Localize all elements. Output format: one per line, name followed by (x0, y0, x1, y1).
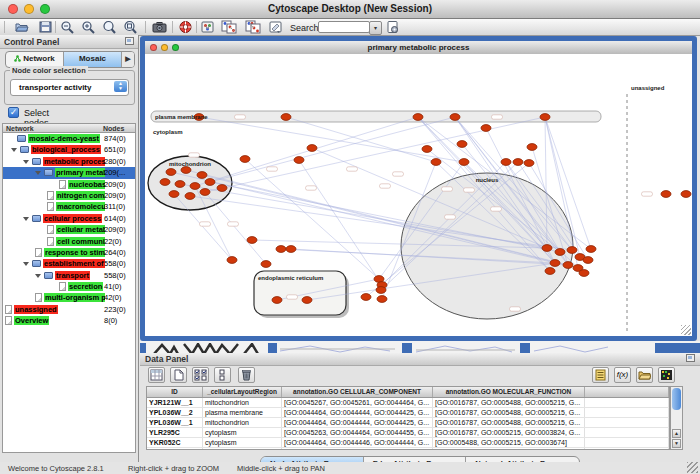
network-node[interactable] (240, 156, 250, 163)
snapshot-icon[interactable] (152, 20, 167, 34)
tree-row[interactable]: mosaic-demo-yeast874(0) (3, 133, 135, 144)
network-edge[interactable] (195, 117, 418, 186)
float-panel-icon[interactable] (686, 354, 695, 362)
tree-row-label[interactable]: nucleobase- (68, 180, 105, 189)
tree-row-label[interactable]: primary metabol (55, 168, 105, 177)
window-resize-grip[interactable] (687, 462, 698, 473)
table-cell[interactable]: [GO:0044464, GO:0044444, GO:0044425, G..… (282, 408, 433, 417)
delete-attribute-icon[interactable] (238, 367, 255, 383)
zoom-in-icon[interactable] (81, 20, 96, 34)
network-node[interactable] (175, 181, 185, 188)
tree-row[interactable]: Overview8(0) (3, 315, 135, 326)
network-node[interactable] (200, 189, 210, 196)
table-row[interactable]: YPL036W__2plasma membrane[GO:0044464, GO… (147, 408, 669, 418)
network-node[interactable] (217, 185, 227, 192)
network-node[interactable] (459, 159, 469, 166)
network-node[interactable] (555, 249, 565, 256)
network-node[interactable] (545, 268, 555, 275)
vizmapper-icon[interactable] (200, 20, 215, 34)
network-node[interactable] (422, 146, 432, 153)
network-node[interactable] (661, 191, 671, 198)
tree-expand-icon[interactable] (23, 262, 29, 266)
network-node[interactable] (169, 191, 179, 198)
zoom-fit-content-icon[interactable] (123, 20, 138, 34)
table-cell[interactable]: [GO:0016787, GO:0005215, GO:0003824, G..… (433, 428, 585, 437)
network-node[interactable] (361, 294, 371, 301)
network-node[interactable] (276, 246, 286, 253)
tree-row[interactable]: multi-organism pro42(0) (3, 292, 135, 303)
network-node[interactable] (527, 144, 537, 151)
attribute-table[interactable]: ID_cellularLayoutRegionannotation.GO CEL… (146, 386, 670, 450)
table-cell[interactable] (585, 428, 669, 437)
network-node[interactable] (294, 157, 304, 164)
table-row[interactable]: YPL036W__1mitochondrion[GO:0044464, GO:0… (147, 418, 669, 428)
table-row[interactable]: YLR295Ccytoplasm[GO:0045263, GO:0044464,… (147, 428, 669, 438)
network-node[interactable] (307, 145, 317, 152)
tree-row[interactable]: macromolecule311(0) (3, 201, 135, 212)
table-cell[interactable]: YLR295C (147, 428, 203, 437)
float-panel-icon[interactable] (125, 37, 134, 45)
network-node[interactable] (586, 246, 596, 253)
table-column-header[interactable]: annotation.GO MOLECULAR_FUNCTION (433, 387, 585, 397)
tree-row-label[interactable]: Overview (14, 316, 49, 325)
table-row[interactable]: YKR052Ccytoplasm[GO:0044464, GO:0044446,… (147, 438, 669, 448)
network-node[interactable] (181, 167, 191, 174)
table-cell[interactable]: [GO:0044464, GO:0044444, GO:0044425, G..… (282, 418, 433, 427)
scrollbar-thumb[interactable] (672, 388, 681, 410)
table-cell[interactable]: [GO:0045263, GO:0044464, GO:0044455, G..… (282, 428, 433, 437)
network-node[interactable] (272, 297, 282, 304)
select-all-attributes-icon[interactable] (192, 367, 209, 383)
view-resize-grip[interactable] (681, 325, 691, 335)
table-cell[interactable]: YJR121W__1 (147, 398, 203, 407)
tree-row-label[interactable]: biological_process (31, 145, 101, 154)
tree-expand-icon[interactable] (35, 171, 41, 175)
table-row[interactable]: YDR039C__1mitochondrion[GO:0044464, GO:0… (147, 448, 669, 450)
table-row[interactable]: YJR121W__1mitochondrion[GO:0045267, GO:0… (147, 398, 669, 408)
tree-row-label[interactable]: macromolecule (56, 202, 105, 211)
search-options-icon[interactable]: ▾ (369, 21, 382, 35)
table-cell[interactable]: [GO:0005488, GO:0005215, GO:0003674] (433, 438, 585, 447)
table-cell[interactable]: mitochondrion (203, 448, 282, 450)
network-node[interactable] (579, 270, 589, 277)
network-node[interactable] (247, 237, 257, 244)
network-node[interactable] (281, 114, 291, 121)
tree-row[interactable]: cell communicat22(0) (3, 236, 135, 247)
tree-row-label[interactable]: secretion (68, 282, 103, 291)
table-cell[interactable]: plasma membrane (203, 408, 282, 417)
zoom-actual-size-icon[interactable] (102, 20, 117, 34)
network-node[interactable] (227, 257, 237, 264)
network-node[interactable] (197, 172, 207, 179)
tree-row-label[interactable]: mosaic-demo-yeast (28, 134, 100, 143)
table-cell[interactable]: cytoplasm (203, 428, 282, 437)
network-edge[interactable] (299, 160, 382, 285)
network-node[interactable] (413, 114, 423, 121)
tree-expand-icon[interactable] (23, 217, 29, 221)
network-node[interactable] (524, 160, 534, 167)
tree-row-label[interactable]: metabolic process (43, 157, 105, 166)
network-edge[interactable] (210, 117, 455, 182)
tree-row[interactable]: nucleobase-209(0) (3, 179, 135, 190)
network-node[interactable] (286, 246, 296, 253)
tree-row-label[interactable]: cell communicat (56, 237, 105, 246)
network-node[interactable] (457, 141, 467, 148)
network-window-titlebar[interactable]: primary metabolic process (145, 41, 692, 55)
tree-row[interactable]: cellular metabol209(0) (3, 224, 135, 235)
table-cell[interactable]: [GO:0016787, GO:0005488, GO:0005215, G..… (433, 448, 585, 450)
attribute-table-header[interactable]: ID_cellularLayoutRegionannotation.GO CEL… (147, 387, 669, 398)
network-node[interactable] (481, 125, 491, 132)
tree-row[interactable]: nitrogen compo209(0) (3, 190, 135, 201)
tree-row[interactable]: establishment of lo558(0) (3, 258, 135, 269)
tree-row-label[interactable]: response to stimulu (44, 248, 105, 257)
tree-row[interactable]: secretion41(0) (3, 281, 135, 292)
table-cell[interactable]: cytoplasm (203, 438, 282, 447)
table-cell[interactable]: [GO:0045267, GO:0045261, GO:0044464, G..… (282, 398, 433, 407)
tree-row[interactable]: transport558(0) (3, 270, 135, 281)
network-node[interactable] (377, 296, 387, 303)
table-cell[interactable]: YPL036W__2 (147, 408, 203, 417)
table-cell[interactable]: [GO:0044464, GO:0044446, GO:0044444, G..… (282, 438, 433, 447)
network-canvas[interactable]: plasma membranecytoplasmmitochondrionnuc… (145, 54, 692, 336)
new-attribute-icon[interactable] (170, 367, 187, 383)
network-node[interactable] (160, 179, 170, 186)
tree-row[interactable]: biological_process651(0) (3, 144, 135, 155)
tree-row-label[interactable]: cellular metabol (56, 225, 105, 234)
